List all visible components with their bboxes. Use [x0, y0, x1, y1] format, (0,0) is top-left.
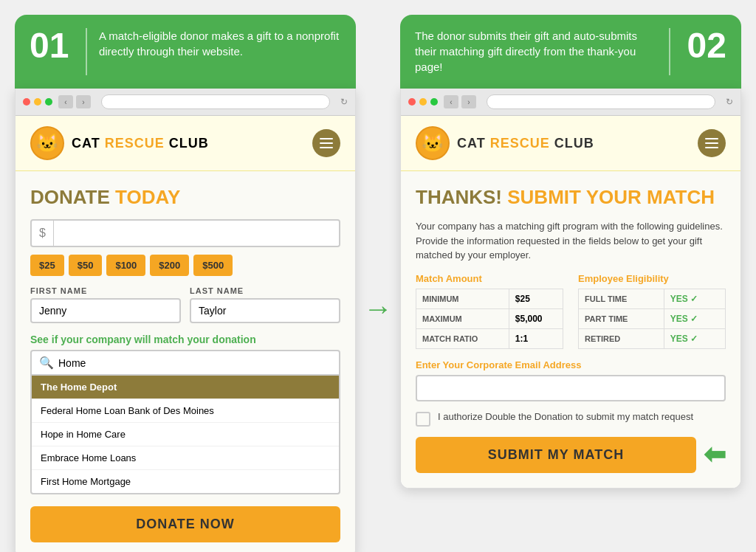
- right-browser-window: ‹ › ↻ 🐱 CAT RESCUE CLUB: [400, 89, 741, 489]
- donate-title: DONATE TODAY: [30, 186, 340, 209]
- min-label: MINIMUM: [416, 289, 509, 308]
- right-url-bar: [487, 94, 715, 109]
- left-step-divider: [86, 28, 87, 75]
- eligibility-section: Employee Eligibility FULL TIME YES ✓ PAR…: [578, 273, 726, 349]
- name-row: FIRST NAME LAST NAME: [30, 286, 340, 323]
- cat-logo-icon: 🐱: [30, 126, 64, 160]
- forward-btn[interactable]: ›: [76, 95, 91, 108]
- amount-btn-100[interactable]: $100: [106, 255, 145, 276]
- left-browser-window: ‹ › ↻ 🐱 CAT RESCUE CLUB DONATE TODAY: [15, 89, 356, 552]
- left-step-text: A match-eligible donor makes a gift to a…: [99, 28, 341, 59]
- right-site-name-rescue: RESCUE: [490, 136, 550, 151]
- table-row: MAXIMUM $5,000: [416, 308, 563, 328]
- site-name-rescue: RESCUE: [100, 136, 165, 151]
- right-menu-line-1: [705, 138, 718, 139]
- arrow-connector: →: [356, 59, 400, 552]
- submit-arrow-icon: ⬅: [704, 439, 726, 470]
- table-row: PART TIME YES ✓: [579, 308, 726, 328]
- submit-match-word: SUBMIT YOUR MATCH: [507, 186, 715, 208]
- dot-yellow: [34, 98, 41, 106]
- url-bar: [101, 94, 330, 109]
- dropdown-item-the-home-depot[interactable]: The Home Depot: [32, 376, 339, 399]
- parttime-label: PART TIME: [579, 308, 664, 328]
- match-table: MINIMUM $25 MAXIMUM $5,000 MATCH RATIO 1…: [416, 289, 563, 349]
- left-panel: 01 A match-eligible donor makes a gift t…: [15, 15, 356, 552]
- site-name-club: CLUB: [165, 136, 209, 151]
- menu-line-3: [320, 147, 333, 148]
- left-site-content: DONATE TODAY $ $25 $50 $100 $200 $500 FI…: [16, 171, 355, 552]
- match-info-row: Match Amount MINIMUM $25 MAXIMUM $5,000: [416, 273, 726, 349]
- amount-btn-500[interactable]: $500: [193, 255, 233, 276]
- thanks-word: THANKS!: [416, 186, 502, 208]
- right-browser-bar: ‹ › ↻: [401, 89, 740, 116]
- right-site-content: THANKS! SUBMIT YOUR MATCH Your company h…: [401, 171, 740, 488]
- first-name-label: FIRST NAME: [30, 286, 181, 295]
- amount-btn-200[interactable]: $200: [150, 255, 189, 276]
- site-name-cat: CAT: [72, 136, 100, 151]
- table-row: MATCH RATIO 1:1: [416, 328, 563, 348]
- right-site-name-club: CLUB: [554, 136, 594, 151]
- right-forward-btn[interactable]: ›: [461, 95, 476, 108]
- logo-area: 🐱 CAT RESCUE CLUB: [30, 126, 209, 160]
- site-name: CAT RESCUE CLUB: [72, 136, 209, 151]
- submit-match-button[interactable]: SUBMIT MY MATCH: [416, 437, 696, 473]
- right-step-header: The donor submits their gift and auto-su…: [400, 15, 741, 89]
- email-input[interactable]: [416, 375, 726, 401]
- dollar-sign: $: [32, 221, 54, 246]
- first-name-group: FIRST NAME: [30, 286, 181, 323]
- dropdown-item-federal[interactable]: Federal Home Loan Bank of Des Moines: [32, 399, 339, 423]
- ratio-value: 1:1: [509, 328, 563, 348]
- browser-dots: [23, 98, 52, 106]
- amount-input[interactable]: [54, 221, 339, 245]
- amount-input-row: $: [30, 219, 340, 247]
- email-label: Enter Your Corporate Email Address: [416, 359, 726, 370]
- authorize-checkbox[interactable]: [416, 412, 430, 427]
- right-menu-line-3: [705, 147, 718, 148]
- authorize-text: I authorize Double the Donation to submi…: [438, 410, 693, 424]
- last-name-input[interactable]: [190, 298, 340, 323]
- back-btn[interactable]: ‹: [58, 95, 73, 108]
- company-search-input[interactable]: [58, 357, 331, 369]
- menu-line-1: [320, 138, 333, 139]
- left-site-header: 🐱 CAT RESCUE CLUB: [16, 116, 355, 171]
- donate-word: DONATE: [30, 186, 110, 208]
- company-search-label: See if your company will match your dona…: [30, 334, 340, 345]
- amount-btn-25[interactable]: $25: [30, 255, 64, 276]
- right-site-name-cat: CAT: [457, 136, 486, 151]
- amount-buttons: $25 $50 $100 $200 $500: [30, 255, 340, 276]
- min-value: $25: [509, 289, 563, 308]
- right-dot-yellow: [419, 98, 427, 106]
- right-refresh-icon: ↻: [726, 97, 733, 107]
- right-site-header: 🐱 CAT RESCUE CLUB: [401, 116, 740, 171]
- right-cat-logo-icon: 🐱: [416, 126, 450, 160]
- eligibility-title: Employee Eligibility: [578, 273, 726, 284]
- left-step-number: 01: [30, 28, 74, 63]
- right-menu-line-2: [705, 142, 718, 144]
- dropdown-item-embrace[interactable]: Embrace Home Loans: [32, 446, 339, 470]
- right-logo-area: 🐱 CAT RESCUE CLUB: [416, 126, 594, 160]
- parttime-value: YES ✓: [664, 308, 725, 328]
- search-icon: 🔍: [39, 356, 54, 370]
- amount-btn-50[interactable]: $50: [69, 255, 103, 276]
- right-step-divider: [669, 28, 670, 75]
- fulltime-value: YES ✓: [664, 289, 725, 308]
- right-step-text: The donor submits their gift and auto-su…: [415, 28, 657, 75]
- right-dot-green: [430, 98, 438, 106]
- max-value: $5,000: [509, 308, 563, 328]
- search-container: 🔍 The Home Depot Federal Home Loan Bank …: [30, 350, 340, 494]
- dropdown-item-first[interactable]: First Home Mortgage: [32, 470, 339, 493]
- dropdown-item-hope[interactable]: Hope in Home Care: [32, 423, 339, 446]
- match-amount-section: Match Amount MINIMUM $25 MAXIMUM $5,000: [416, 273, 563, 349]
- first-name-input[interactable]: [30, 298, 181, 323]
- right-menu-button[interactable]: [698, 129, 726, 157]
- donate-now-button[interactable]: DONATE NOW: [30, 506, 340, 542]
- table-row: FULL TIME YES ✓: [579, 289, 726, 308]
- dot-green: [45, 98, 52, 106]
- right-back-btn[interactable]: ‹: [444, 95, 458, 108]
- table-row: MINIMUM $25: [416, 289, 563, 308]
- dot-red: [23, 98, 30, 106]
- arrow-right-icon: →: [363, 292, 393, 325]
- menu-button[interactable]: [312, 129, 340, 157]
- left-step-header: 01 A match-eligible donor makes a gift t…: [15, 15, 356, 89]
- right-browser-nav: ‹ ›: [444, 95, 476, 108]
